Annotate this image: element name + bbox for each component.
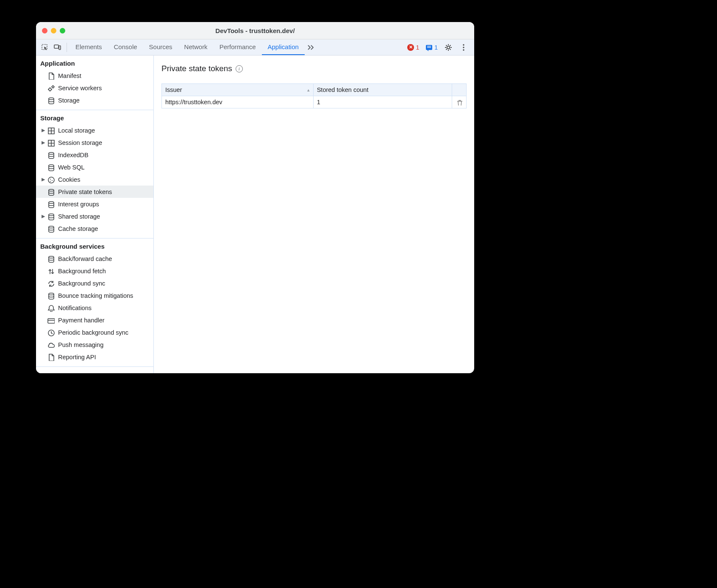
sidebar-item-label: Bounce tracking mitigations: [58, 292, 133, 299]
db-icon: [46, 97, 56, 104]
sidebar-item-label: IndexedDB: [58, 152, 89, 158]
sidebar-item-label: Service workers: [58, 85, 102, 92]
card-icon: [46, 316, 56, 324]
sidebar-item-local-storage[interactable]: ▶Local storage: [36, 124, 153, 136]
table-row[interactable]: https://trusttoken.dev1: [162, 96, 467, 108]
sidebar-item-session-storage[interactable]: ▶Session storage: [36, 136, 153, 149]
sidebar-item-private-state-tokens[interactable]: ▶Private state tokens: [36, 186, 153, 198]
sidebar-item-payment-handler[interactable]: ▶Payment handler: [36, 314, 153, 326]
sidebar-item-label: Cookies: [58, 176, 80, 183]
more-tabs-button[interactable]: [305, 41, 317, 54]
sidebar-item-background-fetch[interactable]: ▶Background fetch: [36, 265, 153, 277]
db-icon: [46, 164, 56, 171]
more-options-button[interactable]: [457, 41, 470, 54]
sync-icon: [46, 280, 56, 287]
sort-indicator-icon: ▴: [307, 87, 310, 93]
db-icon: [46, 292, 56, 300]
column-header-actions: [452, 84, 467, 96]
panel-tabs: ElementsConsoleSourcesNetworkPerformance…: [69, 39, 305, 55]
sidebar-item-label: Cache storage: [58, 225, 98, 232]
gears-icon: [46, 84, 56, 92]
tab-console[interactable]: Console: [108, 39, 143, 55]
tab-performance[interactable]: Performance: [214, 39, 262, 55]
sidebar-item-cookies[interactable]: ▶Cookies: [36, 173, 153, 186]
issue-icon: [425, 44, 433, 51]
sidebar-item-service-workers[interactable]: ▶Service workers: [36, 82, 153, 94]
sidebar-item-web-sql[interactable]: ▶Web SQL: [36, 161, 153, 173]
sidebar-item-interest-groups[interactable]: ▶Interest groups: [36, 198, 153, 210]
updown-icon: [46, 267, 56, 275]
application-sidebar: Application▶Manifest▶Service workers▶Sto…: [36, 55, 154, 373]
sidebar-item-label: Back/forward cache: [58, 255, 112, 262]
sidebar-item-label: Push messaging: [58, 341, 103, 348]
db-icon: [46, 213, 56, 220]
sidebar-item-label: Reporting API: [58, 354, 96, 361]
tab-application[interactable]: Application: [262, 39, 305, 55]
expand-arrow-icon: ▶: [40, 128, 46, 133]
sidebar-item-cache-storage[interactable]: ▶Cache storage: [36, 222, 153, 235]
errors-badge[interactable]: ✕ 1: [406, 44, 421, 51]
tab-network[interactable]: Network: [178, 39, 214, 55]
content-area: Application▶Manifest▶Service workers▶Sto…: [36, 55, 474, 373]
sidebar-item-bounce-tracking-mitigations[interactable]: ▶Bounce tracking mitigations: [36, 289, 153, 302]
sidebar-item-label: Shared storage: [58, 213, 100, 220]
info-icon[interactable]: i: [236, 65, 243, 72]
clock-icon: [46, 329, 56, 336]
main-panel: Private state tokens i Issuer▴Stored tok…: [154, 55, 474, 373]
issues-count: 1: [434, 44, 438, 51]
issues-badge[interactable]: 1: [423, 44, 439, 51]
cell-stored-token-count: 1: [313, 96, 452, 108]
cookie-icon: [46, 176, 56, 183]
sidebar-item-background-sync[interactable]: ▶Background sync: [36, 277, 153, 289]
sidebar-item-label: Interest groups: [58, 201, 99, 208]
sidebar-item-storage[interactable]: ▶Storage: [36, 94, 153, 106]
sidebar-group-heading: Application: [36, 55, 153, 69]
tab-elements[interactable]: Elements: [69, 39, 108, 55]
db-icon: [46, 225, 56, 233]
table-icon: [46, 139, 56, 147]
sidebar-item-periodic-background-sync[interactable]: ▶Periodic background sync: [36, 326, 153, 338]
sidebar-item-label: Session storage: [58, 139, 102, 146]
sidebar-item-label: Storage: [58, 97, 80, 104]
file-icon: [46, 72, 56, 80]
sidebar-item-label: Notifications: [58, 305, 92, 311]
column-header-issuer[interactable]: Issuer▴: [162, 84, 314, 96]
sidebar-item-shared-storage[interactable]: ▶Shared storage: [36, 210, 153, 222]
db-icon: [46, 151, 56, 159]
maximize-window-button[interactable]: [60, 28, 65, 33]
sidebar-item-push-messaging[interactable]: ▶Push messaging: [36, 338, 153, 351]
settings-button[interactable]: [442, 41, 455, 54]
toolbar-separator: [67, 43, 67, 52]
tokens-table: Issuer▴Stored token count https://trustt…: [161, 83, 467, 108]
sidebar-item-manifest[interactable]: ▶Manifest: [36, 69, 153, 82]
cell-issuer: https://trusttoken.dev: [162, 96, 314, 108]
devtools-toolbar: ElementsConsoleSourcesNetworkPerformance…: [36, 39, 474, 55]
column-header-stored-token-count[interactable]: Stored token count: [313, 84, 452, 96]
cloud-icon: [46, 341, 56, 349]
panel-heading: Private state tokens: [161, 64, 232, 73]
sidebar-item-back-forward-cache[interactable]: ▶Back/forward cache: [36, 252, 153, 265]
device-toolbar-button[interactable]: [51, 41, 64, 54]
sidebar-item-label: Periodic background sync: [58, 329, 128, 336]
errors-count: 1: [416, 44, 419, 51]
sidebar-item-indexeddb[interactable]: ▶IndexedDB: [36, 149, 153, 161]
table-icon: [46, 127, 56, 134]
minimize-window-button[interactable]: [51, 28, 56, 33]
sidebar-item-label: Background sync: [58, 280, 105, 287]
sidebar-item-label: Local storage: [58, 127, 95, 134]
expand-arrow-icon: ▶: [40, 177, 46, 182]
delete-row-button[interactable]: [452, 96, 467, 108]
sidebar-item-notifications[interactable]: ▶Notifications: [36, 302, 153, 314]
trash-icon: [456, 99, 462, 105]
error-icon: ✕: [407, 44, 414, 51]
inspect-element-button[interactable]: [39, 41, 51, 54]
sidebar-item-label: Background fetch: [58, 268, 106, 275]
window-title: DevTools - trusttoken.dev/: [36, 27, 474, 34]
window-controls: [36, 28, 65, 33]
sidebar-item-label: Private state tokens: [58, 189, 112, 195]
close-window-button[interactable]: [42, 28, 47, 33]
sidebar-item-label: Payment handler: [58, 317, 105, 324]
db-icon: [46, 200, 56, 208]
tab-sources[interactable]: Sources: [143, 39, 178, 55]
sidebar-item-reporting-api[interactable]: ▶Reporting API: [36, 351, 153, 363]
